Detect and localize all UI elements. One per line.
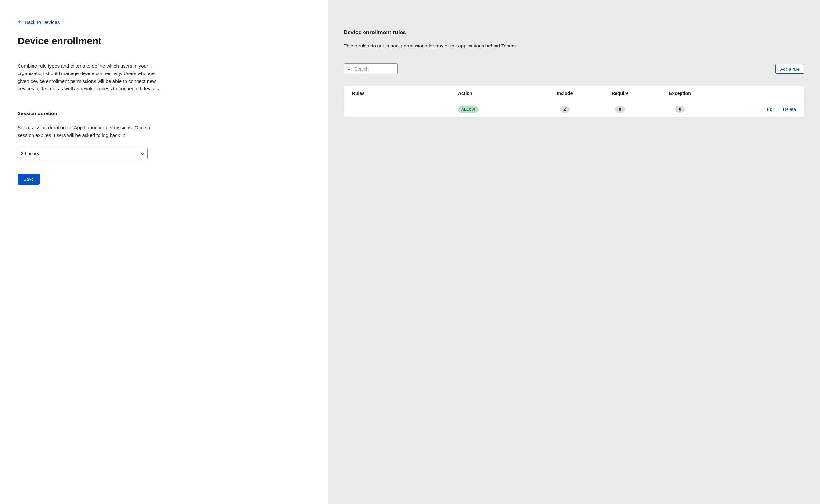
column-header-actions: [712, 86, 804, 101]
require-count: 0: [615, 106, 625, 113]
rules-title: Device enrollment rules: [344, 29, 804, 36]
settings-panel: Back to Devices Device enrollment Combin…: [0, 0, 328, 504]
arrow-left-icon: [18, 20, 22, 25]
allow-badge: ALLOW: [458, 106, 479, 113]
column-header-rules: Rules: [344, 86, 454, 101]
include-count: 2: [560, 106, 570, 113]
page-description: Combine rule types and criteria to defin…: [18, 62, 161, 92]
edit-link[interactable]: Edit: [767, 107, 774, 112]
column-header-exception: Exception: [648, 86, 712, 101]
search-input[interactable]: [344, 63, 398, 74]
rules-table: Rules Action Include Require Exception A…: [344, 86, 804, 117]
save-button[interactable]: Save: [18, 174, 40, 185]
search-wrap: [344, 63, 398, 74]
exception-count: 0: [675, 106, 685, 113]
back-to-devices-link[interactable]: Back to Devices: [18, 20, 60, 25]
table-header-row: Rules Action Include Require Exception: [344, 86, 804, 101]
cell-require: 0: [592, 101, 648, 117]
session-duration-heading: Session duration: [18, 111, 312, 116]
session-duration-description: Set a session duration for App Launcher …: [18, 124, 161, 139]
session-duration-select[interactable]: 24 hours: [18, 148, 148, 159]
rules-toolbar: Add a rule: [344, 63, 804, 74]
table-row: ALLOW 2 0 0 Edit: [344, 101, 804, 117]
cell-exception: 0: [648, 101, 712, 117]
session-duration-select-wrap: 24 hours: [18, 148, 148, 159]
column-header-action: Action: [454, 86, 537, 101]
delete-link[interactable]: Delete: [783, 107, 796, 112]
page-title: Device enrollment: [18, 35, 312, 46]
column-header-include: Include: [537, 86, 592, 101]
rules-description: These rules do not impact permissions fo…: [344, 43, 804, 48]
back-link-label: Back to Devices: [25, 20, 60, 25]
add-rule-button[interactable]: Add a rule: [775, 64, 804, 74]
cell-row-actions: Edit Delete: [712, 101, 804, 117]
column-header-require: Require: [592, 86, 648, 101]
cell-rule-name: [344, 101, 454, 117]
action-separator: [779, 107, 779, 112]
cell-action: ALLOW: [454, 101, 537, 117]
cell-include: 2: [537, 101, 592, 117]
rules-panel: Device enrollment rules These rules do n…: [328, 0, 820, 504]
